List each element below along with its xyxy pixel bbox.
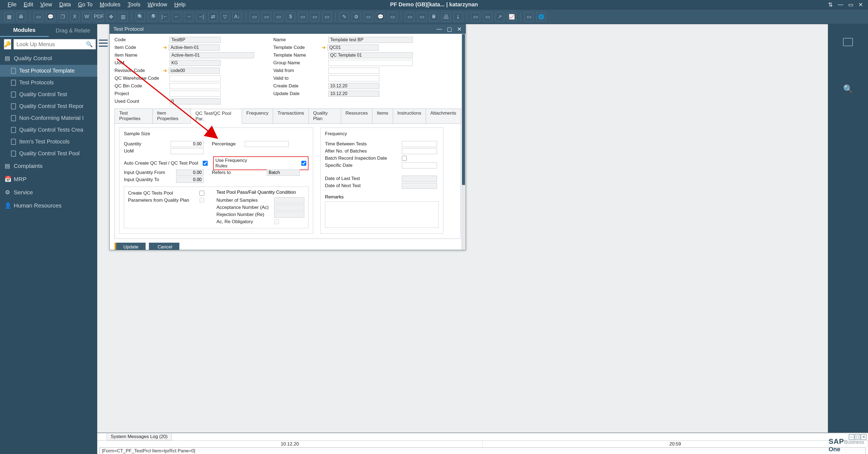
- toolbar-preview-icon[interactable]: ▦: [4, 12, 14, 22]
- toolbar-word-icon[interactable]: W: [82, 12, 91, 22]
- remarks-field[interactable]: [325, 202, 439, 228]
- menu-data[interactable]: Data: [59, 1, 71, 8]
- toolbar-pdf-icon[interactable]: PDF: [94, 12, 103, 22]
- tab-transactions[interactable]: Transactions: [273, 109, 309, 123]
- toolbar-i12-icon[interactable]: ▭: [483, 12, 492, 22]
- win-close-icon[interactable]: ✕: [457, 26, 462, 32]
- toolbar-money-icon[interactable]: $: [286, 12, 295, 22]
- rev-field[interactable]: [169, 68, 220, 74]
- toolbar-prev-icon[interactable]: ←: [172, 12, 181, 22]
- ob-checkbox[interactable]: [274, 219, 279, 224]
- sidebar-toggle-icon[interactable]: [99, 39, 108, 47]
- toolbar-swap-icon[interactable]: ⇄: [208, 12, 218, 22]
- tname-field[interactable]: [328, 52, 413, 58]
- menu-help[interactable]: Help: [174, 1, 185, 8]
- brid-checkbox[interactable]: [402, 156, 407, 161]
- toolbar-a-icon[interactable]: ▭: [34, 12, 43, 22]
- link-arrow-icon[interactable]: ➜: [322, 44, 326, 51]
- sidebar-cat-hr[interactable]: 👤Human Resources: [0, 199, 97, 212]
- re-field[interactable]: [274, 212, 304, 218]
- tab-attachments[interactable]: Attachments: [426, 109, 461, 123]
- toolbar-find-icon[interactable]: 🔍: [136, 12, 145, 22]
- sidebar-cat-complaints[interactable]: ▤Complaints: [0, 159, 97, 173]
- code-field[interactable]: [169, 37, 221, 43]
- menu-window[interactable]: Window: [148, 1, 167, 8]
- vf-field[interactable]: [328, 68, 379, 74]
- tab-resources[interactable]: Resources: [341, 109, 372, 123]
- itemname-field[interactable]: [169, 52, 254, 58]
- toolbar-b-icon[interactable]: 💬: [46, 12, 55, 22]
- toolbar-grid-icon[interactable]: ▥: [118, 12, 128, 22]
- toolbar-sort-icon[interactable]: A↓: [232, 12, 242, 22]
- menu-tools[interactable]: Tools: [128, 1, 141, 8]
- toolbar-filter-icon[interactable]: ▽: [220, 12, 229, 22]
- tab-frequency[interactable]: Frequency: [242, 109, 273, 123]
- vt-field[interactable]: [328, 75, 379, 81]
- toolbar-move-icon[interactable]: ✥: [106, 12, 116, 22]
- toolbar-i9-icon[interactable]: ▭: [405, 12, 414, 22]
- grp-field[interactable]: [328, 60, 413, 66]
- toolbar-print-icon[interactable]: 🖶: [17, 12, 26, 22]
- layout-icon[interactable]: ⇅: [828, 1, 833, 8]
- toolbar-next-icon[interactable]: →: [184, 12, 193, 22]
- dnt-field[interactable]: [402, 183, 437, 189]
- toolbar-calc-icon[interactable]: 🖩: [429, 12, 439, 22]
- toolbar-i7-icon[interactable]: ▭: [364, 12, 373, 22]
- restore-icon[interactable]: ▭: [848, 1, 854, 8]
- minimize-icon[interactable]: ―: [838, 1, 843, 8]
- qcb-field[interactable]: [169, 83, 221, 89]
- sidebar-tab-drag[interactable]: Drag & Relate: [49, 24, 97, 37]
- search-input[interactable]: [17, 41, 86, 48]
- tab-quality-plan[interactable]: Quality Plan: [308, 109, 341, 123]
- menu-file[interactable]: File: [8, 1, 17, 8]
- sidebar-cat-service[interactable]: ⚙Service: [0, 186, 97, 199]
- menu-modules[interactable]: Modules: [100, 1, 121, 8]
- tab-items[interactable]: Items: [372, 109, 393, 123]
- sidebar-item-qc-tests-create[interactable]: Quality Control Tests Crea: [0, 124, 97, 136]
- menu-edit[interactable]: Edit: [24, 1, 33, 8]
- itemcode-field[interactable]: [169, 44, 220, 51]
- toolbar-edit-icon[interactable]: ✎: [340, 12, 349, 22]
- window-titlebar[interactable]: Test Protocol ― ▢ ✕: [110, 25, 466, 34]
- toolbar-i8-icon[interactable]: ▭: [388, 12, 397, 22]
- toolbar-c-icon[interactable]: ❐: [58, 12, 67, 22]
- toolbar-i3-icon[interactable]: ▭: [274, 12, 283, 22]
- tab-instructions[interactable]: Instructions: [393, 109, 426, 123]
- tab-qc-pool-par[interactable]: QC Test/QC Pool Par.: [191, 109, 242, 124]
- cancel-button[interactable]: Cancel: [149, 243, 179, 250]
- toolbar-i10-icon[interactable]: ▭: [417, 12, 427, 22]
- toolbar-i6-icon[interactable]: ▭: [322, 12, 332, 22]
- toolbar-tree-icon[interactable]: 品: [441, 12, 451, 22]
- rightbar-folder-icon[interactable]: [843, 38, 853, 46]
- sidebar-item-qc-test[interactable]: Quality Control Test: [0, 89, 97, 100]
- refers-field[interactable]: [267, 170, 300, 176]
- ud-field[interactable]: [328, 91, 379, 97]
- sidebar-cat-mrp[interactable]: 📅MRP: [0, 173, 97, 186]
- qty-field[interactable]: [170, 141, 204, 147]
- toolbar-gear-icon[interactable]: ⚙: [351, 12, 361, 22]
- sample-uom-field[interactable]: [170, 148, 204, 154]
- tcode-field[interactable]: [328, 44, 378, 51]
- tab-test-properties[interactable]: Test Properties: [115, 109, 153, 123]
- toolbar-excel-icon[interactable]: X: [70, 12, 80, 22]
- close-icon[interactable]: ✕: [858, 1, 863, 8]
- autocreate-checkbox[interactable]: [203, 161, 208, 166]
- cd-field[interactable]: [328, 83, 379, 89]
- pct-field[interactable]: [245, 141, 289, 147]
- win-minimize-icon[interactable]: ―: [436, 26, 442, 32]
- sidebar-item-qc-test-report[interactable]: Quality Control Test Repor: [0, 100, 97, 112]
- pool-checkbox[interactable]: [199, 191, 205, 196]
- sidebar-tab-modules[interactable]: Modules: [0, 24, 49, 37]
- anb-field[interactable]: [402, 148, 437, 154]
- toolbar-export-icon[interactable]: ↗: [495, 12, 504, 22]
- menu-goto[interactable]: Go To: [78, 1, 93, 8]
- search-box[interactable]: 🔍: [13, 39, 96, 50]
- sidebar-cat-qc[interactable]: ▤Quality Control: [0, 52, 97, 65]
- toolbar-chart-icon[interactable]: 📈: [507, 12, 517, 22]
- toolbar-globe-icon[interactable]: 🌐: [536, 12, 546, 22]
- sidebar-item-items-protocols[interactable]: Item's Test Protocols: [0, 136, 97, 148]
- toolbar-i5-icon[interactable]: ▭: [310, 12, 319, 22]
- win-maximize-icon[interactable]: ▢: [447, 26, 452, 32]
- uom-field[interactable]: [169, 60, 221, 66]
- iqt-field[interactable]: [176, 177, 204, 183]
